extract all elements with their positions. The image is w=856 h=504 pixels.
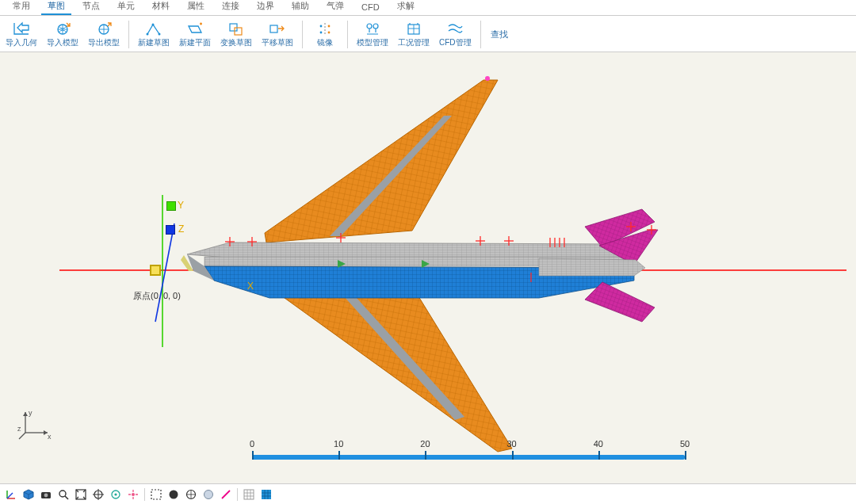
tab-solve[interactable]: 求解 (391, 0, 421, 15)
ribbon-separator (347, 21, 348, 48)
svg-point-9 (320, 31, 323, 33)
svg-point-78 (114, 493, 117, 495)
svg-point-79 (132, 493, 135, 496)
svg-line-72 (65, 496, 68, 499)
origin-handle[interactable] (150, 265, 161, 276)
fit-icon[interactable] (73, 487, 89, 502)
toolbar-separator (237, 488, 238, 501)
tab-material[interactable]: 材料 (146, 0, 176, 15)
svg-rect-85 (244, 490, 254, 499)
svg-rect-80 (151, 490, 161, 499)
ribbon-import-model[interactable]: 导入模型 (44, 19, 81, 50)
ribbon-label: CFD管理 (439, 37, 472, 48)
ribbon-import-geometry[interactable]: 导入几何 (3, 19, 40, 50)
scale-ruler: 0 10 20 30 40 50 (252, 444, 685, 464)
loadcase-manage-icon (405, 21, 422, 37)
ribbon-translate-sketch[interactable]: 平移草图 (259, 19, 296, 50)
grid-blue-icon[interactable] (258, 487, 274, 502)
ribbon-search[interactable]: 查找 (487, 19, 514, 50)
new-sketch-icon (145, 21, 162, 37)
line-icon[interactable] (218, 487, 234, 502)
center-icon[interactable] (108, 487, 124, 502)
axis-y-label: Y (178, 200, 184, 211)
svg-marker-26 (187, 242, 636, 258)
shade-trans-icon[interactable] (201, 487, 216, 502)
locate-icon[interactable] (125, 487, 141, 502)
select-rect-icon[interactable] (148, 487, 164, 502)
camera-icon[interactable] (38, 487, 54, 502)
ribbon-label: 模型管理 (357, 37, 388, 48)
svg-point-11 (328, 31, 331, 33)
zoom-icon[interactable] (55, 487, 71, 502)
axis-z-handle[interactable] (166, 225, 175, 235)
tab-boundary[interactable]: 边界 (250, 0, 281, 15)
import-model-icon (54, 21, 71, 37)
ribbon-separator (480, 21, 481, 48)
svg-point-81 (170, 490, 178, 498)
origin-label: 原点(0, 0, 0) (133, 290, 181, 302)
svg-marker-23 (265, 274, 512, 452)
model-manage-icon (364, 21, 381, 37)
translate-sketch-icon (269, 21, 286, 37)
model-canvas (0, 52, 856, 483)
iso-cube-icon[interactable] (21, 487, 36, 502)
svg-point-3 (152, 23, 155, 25)
mirror-icon (316, 21, 334, 37)
view-triad: x y z (17, 407, 52, 441)
axis-x-label: X (247, 281, 254, 292)
viewport-3d[interactable]: Y Z X 原点(0, 0, 0) x y z 0 10 20 30 40 50 (0, 52, 856, 483)
tab-sketch[interactable]: 草图 (41, 0, 71, 15)
target-icon[interactable] (90, 487, 106, 502)
svg-marker-32 (585, 282, 655, 322)
tab-nodes[interactable]: 节点 (76, 0, 106, 15)
ribbon-model-manage[interactable]: 模型管理 (354, 19, 391, 50)
ribbon-label: 平移草图 (262, 37, 293, 48)
ribbon-label: 导入模型 (47, 37, 78, 48)
axis-z-label: Z (178, 223, 184, 235)
svg-line-67 (7, 493, 13, 498)
tab-connect[interactable]: 连接 (216, 0, 246, 15)
ribbon-separator (302, 21, 303, 48)
axis-y-handle[interactable] (166, 201, 176, 211)
ribbon-transform-sketch[interactable]: 变换草图 (218, 19, 254, 50)
ribbon-label: 导入几何 (6, 37, 37, 48)
grid-small-icon[interactable] (241, 487, 257, 502)
svg-point-70 (44, 493, 48, 497)
import-geometry-icon (13, 21, 30, 37)
shade-wire-icon[interactable] (183, 487, 199, 502)
tab-assist[interactable]: 辅助 (285, 0, 315, 15)
toolbar-separator (144, 488, 145, 501)
svg-point-4 (159, 32, 161, 35)
ribbon-mirror[interactable]: 镜像 (309, 19, 341, 50)
shade-solid-icon[interactable] (166, 487, 182, 502)
ribbon-new-plane[interactable]: 新建平面 (177, 19, 213, 50)
svg-point-13 (373, 24, 378, 29)
svg-point-2 (147, 32, 149, 35)
tab-common[interactable]: 常用 (6, 0, 36, 15)
tab-elements[interactable]: 单元 (111, 0, 141, 15)
tab-cfd[interactable]: CFD (355, 1, 386, 15)
ribbon-separator (128, 21, 129, 48)
ribbon-loadcase-manage[interactable]: 工况管理 (396, 19, 432, 50)
svg-text:y: y (29, 409, 32, 417)
ribbon-export-model[interactable]: 导出模型 (86, 19, 122, 50)
ribbon-label: 新建平面 (179, 37, 211, 48)
svg-point-71 (59, 491, 66, 497)
svg-point-83 (204, 490, 213, 498)
ribbon-label: 变换草图 (220, 37, 252, 48)
ribbon-new-sketch[interactable]: 新建草图 (136, 19, 172, 50)
tab-aeroel[interactable]: 气弹 (320, 0, 350, 15)
cfd-manage-icon (446, 21, 464, 37)
tab-property[interactable]: 属性 (181, 0, 211, 15)
svg-rect-86 (262, 490, 271, 499)
svg-point-10 (328, 25, 331, 27)
bottom-toolbar (0, 483, 856, 504)
ribbon: 导入几何 导入模型 导出模型 新建草图 新建平面 变换草图 平移草图 (0, 16, 856, 52)
axes-toggle-icon[interactable] (3, 487, 19, 502)
svg-text:x: x (48, 433, 52, 441)
ribbon-label: 新建草图 (138, 37, 170, 48)
svg-point-56 (485, 76, 490, 81)
svg-rect-7 (270, 25, 277, 32)
ribbon-cfd-manage[interactable]: CFD管理 (437, 19, 474, 50)
svg-line-84 (222, 491, 230, 498)
